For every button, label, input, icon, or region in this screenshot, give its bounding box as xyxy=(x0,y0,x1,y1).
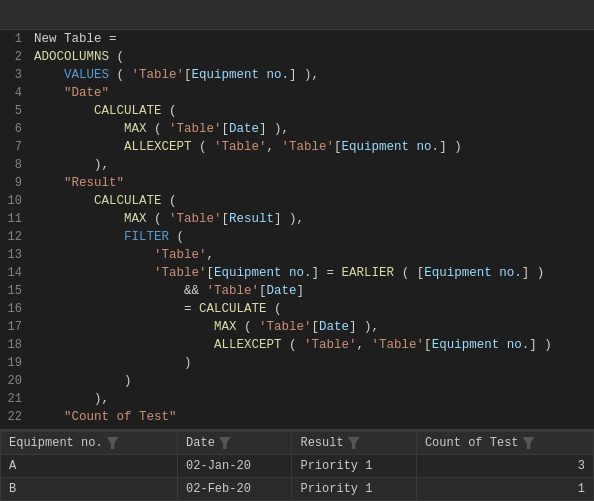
code-line: 10 CALCULATE ( xyxy=(0,192,594,210)
header-label: Date xyxy=(186,436,215,450)
line-number: 21 xyxy=(0,390,30,408)
line-content: ) xyxy=(30,354,192,372)
line-number: 22 xyxy=(0,408,30,426)
code-line: 4 "Date" xyxy=(0,84,594,102)
line-number: 3 xyxy=(0,66,30,84)
line-number: 14 xyxy=(0,264,30,282)
table-row: B02-Feb-20Priority 11 xyxy=(1,478,594,501)
code-line: 22 "Count of Test" xyxy=(0,408,594,426)
table-header[interactable]: Date xyxy=(178,432,292,455)
line-number: 18 xyxy=(0,336,30,354)
line-number: 1 xyxy=(0,30,30,48)
filter-icon[interactable] xyxy=(219,437,231,449)
line-number: 16 xyxy=(0,300,30,318)
table-row: A02-Jan-20Priority 13 xyxy=(1,455,594,478)
filter-icon[interactable] xyxy=(348,437,360,449)
line-content: ADOCOLUMNS ( xyxy=(30,48,124,66)
table-cell: 1 xyxy=(416,478,593,501)
table-header[interactable]: Count of Test xyxy=(416,432,593,455)
filter-icon[interactable] xyxy=(107,437,119,449)
code-line: 12 FILTER ( xyxy=(0,228,594,246)
line-content: CALCULATE ( xyxy=(30,102,177,120)
line-number: 20 xyxy=(0,372,30,390)
table-cell: B xyxy=(1,478,178,501)
toolbar xyxy=(0,0,594,30)
table-cell: A xyxy=(1,455,178,478)
code-line: 17 MAX ( 'Table'[Date] ), xyxy=(0,318,594,336)
line-content: 'Table'[Equipment no.] = EARLIER ( [Equi… xyxy=(30,264,552,282)
code-line: 11 MAX ( 'Table'[Result] ), xyxy=(0,210,594,228)
line-number: 13 xyxy=(0,246,30,264)
line-number: 17 xyxy=(0,318,30,336)
results-table-area: Equipment no.DateResultCount of Test A02… xyxy=(0,429,594,501)
line-number: 6 xyxy=(0,120,30,138)
filter-icon[interactable] xyxy=(523,437,535,449)
table-cell: Priority 1 xyxy=(292,455,416,478)
line-number: 10 xyxy=(0,192,30,210)
code-line: 20 ) xyxy=(0,372,594,390)
check-icon[interactable] xyxy=(36,5,56,25)
line-number: 12 xyxy=(0,228,30,246)
line-content: ALLEXCEPT ( 'Table', 'Table'[Equipment n… xyxy=(30,138,469,156)
line-content: MAX ( 'Table'[Date] ), xyxy=(30,120,297,138)
table-cell: Priority 1 xyxy=(292,478,416,501)
code-line: 19 ) xyxy=(0,354,594,372)
line-number: 19 xyxy=(0,354,30,372)
line-content: "Result" xyxy=(30,174,124,192)
line-number: 2 xyxy=(0,48,30,66)
code-line: 2ADOCOLUMNS ( xyxy=(0,48,594,66)
code-line: 7 ALLEXCEPT ( 'Table', 'Table'[Equipment… xyxy=(0,138,594,156)
code-line: 15 && 'Table'[Date] xyxy=(0,282,594,300)
line-content: ), xyxy=(30,390,117,408)
code-line: 1New Table = xyxy=(0,30,594,48)
line-number: 15 xyxy=(0,282,30,300)
code-line: 14 'Table'[Equipment no.] = EARLIER ( [E… xyxy=(0,264,594,282)
line-content: New Table = xyxy=(30,30,124,48)
line-number: 5 xyxy=(0,102,30,120)
line-number: 4 xyxy=(0,84,30,102)
code-line: 3 VALUES ( 'Table'[Equipment no.] ), xyxy=(0,66,594,84)
line-content: ALLEXCEPT ( 'Table', 'Table'[Equipment n… xyxy=(30,336,559,354)
header-label: Equipment no. xyxy=(9,436,103,450)
table-cell: 3 xyxy=(416,455,593,478)
table-header[interactable]: Equipment no. xyxy=(1,432,178,455)
line-content: ) xyxy=(30,372,132,390)
line-number: 7 xyxy=(0,138,30,156)
table-cell: 02-Jan-20 xyxy=(178,455,292,478)
line-content: FILTER ( xyxy=(30,228,184,246)
line-content: = CALCULATE ( xyxy=(30,300,282,318)
line-number: 8 xyxy=(0,156,30,174)
line-number: 11 xyxy=(0,210,30,228)
line-content: "Date" xyxy=(30,84,109,102)
code-line: 21 ), xyxy=(0,390,594,408)
code-line: 6 MAX ( 'Table'[Date] ), xyxy=(0,120,594,138)
line-content: "Count of Test" xyxy=(30,408,177,426)
data-table: Equipment no.DateResultCount of Test A02… xyxy=(0,431,594,501)
line-content: VALUES ( 'Table'[Equipment no.] ), xyxy=(30,66,327,84)
line-content: 'Table', xyxy=(30,246,222,264)
code-editor[interactable]: 1New Table = 2ADOCOLUMNS (3 VALUES ( 'Ta… xyxy=(0,30,594,429)
code-line: 13 'Table', xyxy=(0,246,594,264)
header-label: Result xyxy=(300,436,343,450)
code-line: 5 CALCULATE ( xyxy=(0,102,594,120)
line-content: && 'Table'[Date] xyxy=(30,282,304,300)
line-content: MAX ( 'Table'[Date] ), xyxy=(30,318,387,336)
code-line: 16 = CALCULATE ( xyxy=(0,300,594,318)
table-cell: 02-Feb-20 xyxy=(178,478,292,501)
line-number: 9 xyxy=(0,174,30,192)
line-content: MAX ( 'Table'[Result] ), xyxy=(30,210,312,228)
table-header[interactable]: Result xyxy=(292,432,416,455)
code-line: 8 ), xyxy=(0,156,594,174)
line-content: ), xyxy=(30,156,117,174)
header-label: Count of Test xyxy=(425,436,519,450)
code-line: 18 ALLEXCEPT ( 'Table', 'Table'[Equipmen… xyxy=(0,336,594,354)
close-icon[interactable] xyxy=(8,5,28,25)
code-line: 9 "Result" xyxy=(0,174,594,192)
line-content: CALCULATE ( xyxy=(30,192,177,210)
